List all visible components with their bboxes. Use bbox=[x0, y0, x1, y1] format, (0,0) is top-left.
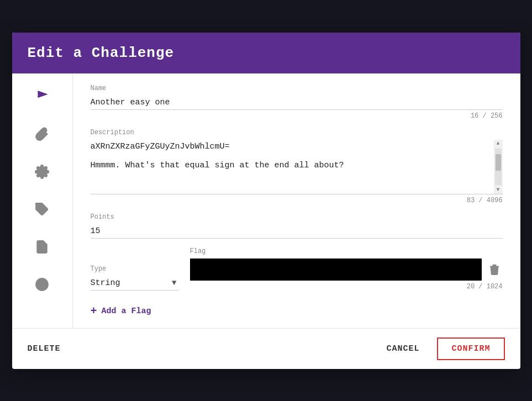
sidebar-icon-document[interactable] bbox=[32, 237, 52, 257]
type-select[interactable]: String Regex Static bbox=[91, 276, 179, 290]
flag-input[interactable] bbox=[190, 258, 482, 281]
flag-input-row bbox=[190, 258, 503, 281]
name-label: Name bbox=[91, 85, 503, 92]
name-counter: 16 / 256 bbox=[91, 112, 503, 120]
description-input[interactable]: aXRnZXRzaGFyZGUyZnJvbWhlcmU= Hmmmm. What… bbox=[91, 140, 503, 191]
modal-footer: DELETE CANCEL CONFIRM bbox=[12, 328, 520, 369]
type-select-wrapper: String Regex Static ▼ bbox=[91, 276, 179, 291]
modal: Edit a Challenge x bbox=[12, 33, 520, 369]
scroll-down-arrow[interactable]: ▼ bbox=[496, 186, 499, 194]
delete-button[interactable]: DELETE bbox=[28, 344, 61, 353]
trash-icon bbox=[488, 263, 501, 276]
points-field-group: Points bbox=[91, 213, 503, 239]
sidebar-icon-settings[interactable] bbox=[32, 162, 52, 182]
type-field-group: Type String Regex Static ▼ bbox=[91, 265, 179, 291]
sidebar-icon-paperclip[interactable] bbox=[32, 124, 52, 144]
form-content: Name 16 / 256 Description aXRnZXRzaGFyZG… bbox=[73, 73, 520, 328]
description-textarea-wrapper: aXRnZXRzaGFyZGUyZnJvbWhlcmU= Hmmmm. What… bbox=[91, 140, 503, 194]
modal-header: Edit a Challenge bbox=[12, 33, 520, 73]
description-counter: 83 / 4096 bbox=[91, 197, 503, 204]
description-field-group: Description aXRnZXRzaGFyZGUyZnJvbWhlcmU=… bbox=[91, 129, 503, 204]
add-flag-label: Add a Flag bbox=[102, 307, 151, 316]
add-flag-plus-icon: + bbox=[91, 306, 97, 317]
points-input[interactable] bbox=[91, 224, 503, 239]
confirm-button[interactable]: CONFIRM bbox=[437, 337, 504, 360]
sidebar-icon-info[interactable] bbox=[32, 275, 52, 294]
description-scrollbar[interactable]: ▲ ▼ bbox=[494, 140, 503, 194]
name-field-group: Name 16 / 256 bbox=[91, 85, 503, 120]
name-input[interactable] bbox=[91, 96, 503, 110]
description-label: Description bbox=[91, 129, 503, 136]
modal-title: Edit a Challenge bbox=[28, 45, 505, 61]
sidebar-icon-tag[interactable] bbox=[32, 199, 52, 219]
footer-right: CANCEL CONFIRM bbox=[375, 337, 504, 360]
points-label: Points bbox=[91, 213, 503, 221]
flag-field-group: Flag 20 bbox=[190, 247, 503, 291]
flag-label: Flag bbox=[190, 247, 503, 255]
scroll-up-arrow[interactable]: ▲ bbox=[496, 140, 499, 147]
type-label: Type bbox=[91, 265, 179, 273]
flag-counter: 20 / 1024 bbox=[190, 283, 503, 291]
type-flag-row: Type String Regex Static ▼ Flag bbox=[91, 247, 503, 291]
sidebar: x bbox=[12, 73, 73, 328]
sidebar-icon-flag[interactable]: x bbox=[32, 87, 52, 107]
modal-overlay: Edit a Challenge x bbox=[0, 0, 532, 401]
modal-body: x bbox=[12, 73, 520, 328]
scrollbar-thumb bbox=[496, 154, 501, 171]
add-flag-row[interactable]: + Add a Flag bbox=[91, 306, 503, 317]
delete-flag-button[interactable] bbox=[486, 261, 503, 278]
cancel-button[interactable]: CANCEL bbox=[375, 339, 430, 359]
scrollbar-track bbox=[495, 149, 502, 185]
